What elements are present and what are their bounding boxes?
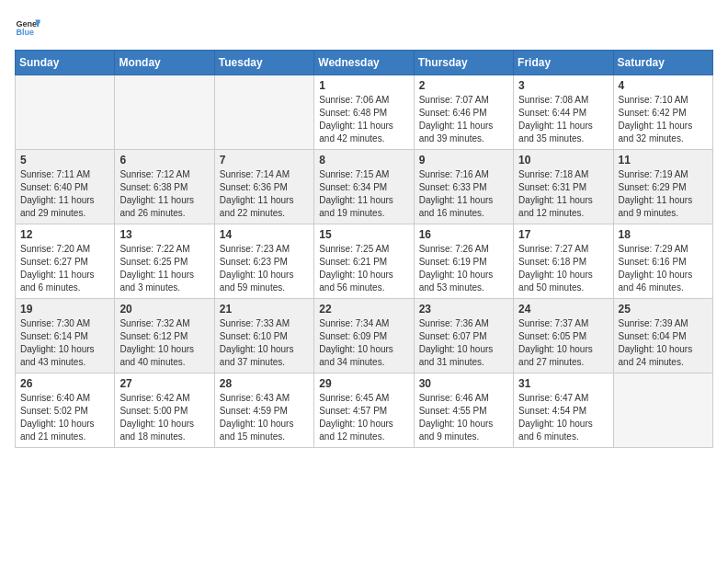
calendar-cell: 28Sunrise: 6:43 AM Sunset: 4:59 PM Dayli… <box>214 373 313 448</box>
day-info: Sunrise: 6:46 AM Sunset: 4:55 PM Dayligh… <box>419 392 508 443</box>
calendar-cell: 26Sunrise: 6:40 AM Sunset: 5:02 PM Dayli… <box>16 373 115 448</box>
calendar-cell: 8Sunrise: 7:15 AM Sunset: 6:34 PM Daylig… <box>314 150 414 224</box>
logo: General Blue <box>15 15 40 40</box>
calendar-cell: 22Sunrise: 7:34 AM Sunset: 6:09 PM Dayli… <box>314 299 414 373</box>
day-number: 1 <box>319 79 408 92</box>
day-number: 19 <box>20 303 109 316</box>
day-info: Sunrise: 6:40 AM Sunset: 5:02 PM Dayligh… <box>20 392 109 443</box>
day-info: Sunrise: 7:15 AM Sunset: 6:34 PM Dayligh… <box>319 168 408 220</box>
column-header-monday: Monday <box>115 51 214 75</box>
column-header-sunday: Sunday <box>16 51 115 75</box>
page-header: General Blue <box>15 15 713 40</box>
svg-text:Blue: Blue <box>16 28 34 37</box>
day-info: Sunrise: 7:11 AM Sunset: 6:40 PM Dayligh… <box>20 168 109 220</box>
day-info: Sunrise: 7:06 AM Sunset: 6:48 PM Dayligh… <box>319 94 408 145</box>
day-number: 21 <box>220 303 309 316</box>
day-number: 16 <box>419 228 508 241</box>
calendar-cell: 31Sunrise: 6:47 AM Sunset: 4:54 PM Dayli… <box>514 373 613 448</box>
day-number: 30 <box>419 377 508 390</box>
calendar-cell: 27Sunrise: 6:42 AM Sunset: 5:00 PM Dayli… <box>115 373 214 448</box>
calendar-cell: 20Sunrise: 7:32 AM Sunset: 6:12 PM Dayli… <box>115 299 214 373</box>
day-info: Sunrise: 7:16 AM Sunset: 6:33 PM Dayligh… <box>419 168 508 220</box>
calendar-week-row: 12Sunrise: 7:20 AM Sunset: 6:27 PM Dayli… <box>16 224 713 299</box>
calendar-cell: 29Sunrise: 6:45 AM Sunset: 4:57 PM Dayli… <box>314 373 414 448</box>
day-info: Sunrise: 7:39 AM Sunset: 6:04 PM Dayligh… <box>619 317 708 369</box>
day-info: Sunrise: 7:26 AM Sunset: 6:19 PM Dayligh… <box>419 243 508 294</box>
calendar-week-row: 1Sunrise: 7:06 AM Sunset: 6:48 PM Daylig… <box>16 75 713 150</box>
day-info: Sunrise: 7:33 AM Sunset: 6:10 PM Dayligh… <box>220 317 309 369</box>
calendar-header-row: SundayMondayTuesdayWednesdayThursdayFrid… <box>16 51 713 75</box>
day-info: Sunrise: 7:36 AM Sunset: 6:07 PM Dayligh… <box>419 317 508 369</box>
calendar-cell: 12Sunrise: 7:20 AM Sunset: 6:27 PM Dayli… <box>16 224 115 299</box>
day-number: 2 <box>419 79 508 92</box>
day-info: Sunrise: 7:23 AM Sunset: 6:23 PM Dayligh… <box>220 243 309 294</box>
day-number: 29 <box>319 377 408 390</box>
calendar-cell: 6Sunrise: 7:12 AM Sunset: 6:38 PM Daylig… <box>115 150 214 224</box>
day-number: 18 <box>619 228 708 241</box>
calendar-week-row: 26Sunrise: 6:40 AM Sunset: 5:02 PM Dayli… <box>16 373 713 448</box>
day-info: Sunrise: 7:18 AM Sunset: 6:31 PM Dayligh… <box>518 168 608 220</box>
calendar-cell: 21Sunrise: 7:33 AM Sunset: 6:10 PM Dayli… <box>214 299 313 373</box>
column-header-thursday: Thursday <box>414 51 513 75</box>
day-info: Sunrise: 6:43 AM Sunset: 4:59 PM Dayligh… <box>220 392 309 443</box>
calendar-cell: 15Sunrise: 7:25 AM Sunset: 6:21 PM Dayli… <box>314 224 414 299</box>
day-number: 15 <box>319 228 408 241</box>
day-number: 4 <box>619 79 708 92</box>
day-number: 12 <box>20 228 109 241</box>
day-number: 8 <box>319 154 408 167</box>
day-number: 22 <box>319 303 408 316</box>
day-info: Sunrise: 7:10 AM Sunset: 6:42 PM Dayligh… <box>619 94 708 145</box>
calendar-cell: 11Sunrise: 7:19 AM Sunset: 6:29 PM Dayli… <box>613 150 712 224</box>
day-number: 24 <box>518 303 608 316</box>
day-info: Sunrise: 7:20 AM Sunset: 6:27 PM Dayligh… <box>20 243 109 294</box>
day-number: 26 <box>20 377 109 390</box>
column-header-tuesday: Tuesday <box>214 51 313 75</box>
calendar-cell: 1Sunrise: 7:06 AM Sunset: 6:48 PM Daylig… <box>314 75 414 150</box>
day-number: 13 <box>119 228 209 241</box>
day-number: 23 <box>419 303 508 316</box>
calendar-cell <box>613 373 712 448</box>
day-info: Sunrise: 7:12 AM Sunset: 6:38 PM Dayligh… <box>119 168 209 220</box>
column-header-saturday: Saturday <box>613 51 712 75</box>
column-header-wednesday: Wednesday <box>314 51 414 75</box>
calendar-cell: 2Sunrise: 7:07 AM Sunset: 6:46 PM Daylig… <box>414 75 513 150</box>
calendar-cell: 4Sunrise: 7:10 AM Sunset: 6:42 PM Daylig… <box>613 75 712 150</box>
day-number: 3 <box>518 79 608 92</box>
day-info: Sunrise: 7:22 AM Sunset: 6:25 PM Dayligh… <box>119 243 209 294</box>
logo-icon: General Blue <box>15 15 40 40</box>
day-number: 25 <box>619 303 708 316</box>
day-number: 20 <box>119 303 209 316</box>
day-info: Sunrise: 7:19 AM Sunset: 6:29 PM Dayligh… <box>619 168 708 220</box>
day-number: 6 <box>119 154 209 167</box>
day-number: 9 <box>419 154 508 167</box>
calendar-cell: 7Sunrise: 7:14 AM Sunset: 6:36 PM Daylig… <box>214 150 313 224</box>
calendar-cell: 23Sunrise: 7:36 AM Sunset: 6:07 PM Dayli… <box>414 299 513 373</box>
calendar-cell: 19Sunrise: 7:30 AM Sunset: 6:14 PM Dayli… <box>16 299 115 373</box>
calendar-cell: 10Sunrise: 7:18 AM Sunset: 6:31 PM Dayli… <box>514 150 613 224</box>
column-header-friday: Friday <box>514 51 613 75</box>
calendar-cell: 13Sunrise: 7:22 AM Sunset: 6:25 PM Dayli… <box>115 224 214 299</box>
calendar-cell: 30Sunrise: 6:46 AM Sunset: 4:55 PM Dayli… <box>414 373 513 448</box>
day-info: Sunrise: 6:42 AM Sunset: 5:00 PM Dayligh… <box>119 392 209 443</box>
day-info: Sunrise: 7:29 AM Sunset: 6:16 PM Dayligh… <box>619 243 708 294</box>
calendar-cell: 3Sunrise: 7:08 AM Sunset: 6:44 PM Daylig… <box>514 75 613 150</box>
calendar-cell: 9Sunrise: 7:16 AM Sunset: 6:33 PM Daylig… <box>414 150 513 224</box>
day-info: Sunrise: 6:45 AM Sunset: 4:57 PM Dayligh… <box>319 392 408 443</box>
day-number: 17 <box>518 228 608 241</box>
day-number: 10 <box>518 154 608 167</box>
day-number: 11 <box>619 154 708 167</box>
day-number: 5 <box>20 154 109 167</box>
day-number: 14 <box>220 228 309 241</box>
calendar-cell <box>214 75 313 150</box>
day-info: Sunrise: 7:25 AM Sunset: 6:21 PM Dayligh… <box>319 243 408 294</box>
calendar-cell: 17Sunrise: 7:27 AM Sunset: 6:18 PM Dayli… <box>514 224 613 299</box>
calendar-cell: 14Sunrise: 7:23 AM Sunset: 6:23 PM Dayli… <box>214 224 313 299</box>
day-number: 27 <box>119 377 209 390</box>
calendar-cell <box>16 75 115 150</box>
day-info: Sunrise: 7:14 AM Sunset: 6:36 PM Dayligh… <box>220 168 309 220</box>
calendar-table: SundayMondayTuesdayWednesdayThursdayFrid… <box>15 50 713 448</box>
day-info: Sunrise: 7:30 AM Sunset: 6:14 PM Dayligh… <box>20 317 109 369</box>
day-number: 7 <box>220 154 309 167</box>
day-info: Sunrise: 7:37 AM Sunset: 6:05 PM Dayligh… <box>518 317 608 369</box>
day-info: Sunrise: 7:07 AM Sunset: 6:46 PM Dayligh… <box>419 94 508 145</box>
